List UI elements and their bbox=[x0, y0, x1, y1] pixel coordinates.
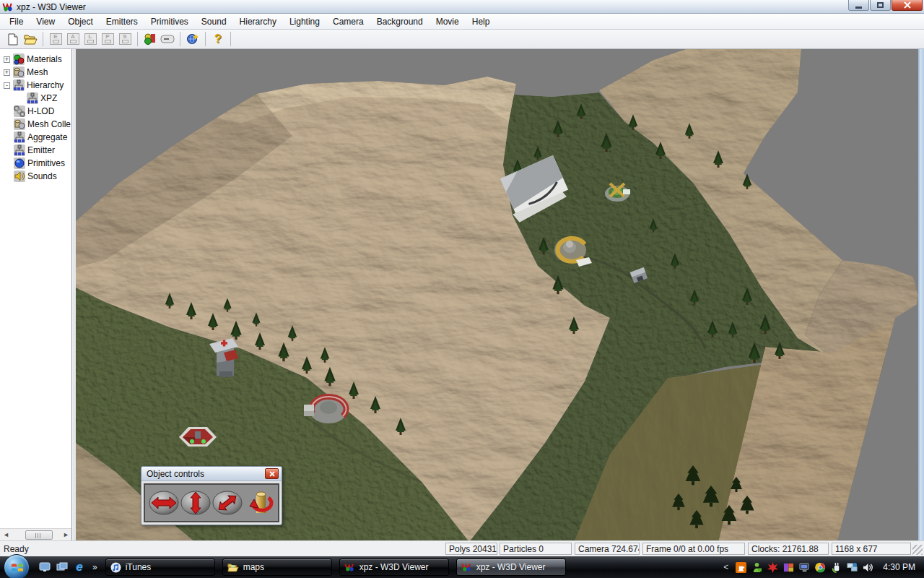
open-file-button[interactable] bbox=[22, 31, 38, 47]
switch-windows-button[interactable] bbox=[54, 558, 70, 576]
open-folder-icon bbox=[24, 34, 38, 45]
app-grid-icon[interactable] bbox=[782, 561, 795, 574]
horizontal-arrows-icon bbox=[149, 491, 179, 515]
scrollbar-thumb[interactable] bbox=[25, 530, 53, 540]
palette-body bbox=[144, 483, 279, 522]
new-file-button[interactable] bbox=[5, 31, 21, 47]
viewport-3d[interactable]: Object controls bbox=[76, 49, 918, 540]
export-e-button: E bbox=[48, 31, 64, 47]
expander-icon[interactable]: + bbox=[4, 69, 10, 76]
menu-file[interactable]: File bbox=[3, 14, 30, 29]
tree-item-label: XPZ bbox=[40, 93, 57, 103]
tree-item-materials[interactable]: + Materials bbox=[0, 53, 71, 66]
taskbar: e » iTunes maps xpz - W3D Viewer xpz - W bbox=[0, 556, 924, 578]
tree-item-mesh-collection[interactable]: Mesh Colle bbox=[0, 118, 71, 131]
hierarchy-icon bbox=[14, 131, 25, 143]
status-bar: Ready Polys 20431 Particles 0 Camera 724… bbox=[0, 540, 924, 556]
move-vertical-button[interactable] bbox=[180, 490, 211, 516]
export-p-button: P bbox=[100, 31, 116, 47]
export-a-button: A bbox=[65, 31, 81, 47]
itunes-icon bbox=[110, 562, 121, 573]
display-icon[interactable] bbox=[798, 561, 811, 574]
move-horizontal-button[interactable] bbox=[149, 490, 179, 516]
app-window: xpz - W3D Viewer File View Object Emitte… bbox=[0, 0, 924, 556]
menu-camera[interactable]: Camera bbox=[326, 14, 370, 29]
tree-item-xpz[interactable]: XPZ bbox=[0, 92, 71, 105]
scrollbar-track[interactable] bbox=[12, 530, 60, 540]
menu-sound[interactable]: Sound bbox=[195, 14, 233, 29]
tree-item-hierarchy[interactable]: - Hierarchy bbox=[0, 79, 71, 92]
mesh-icon bbox=[13, 66, 25, 78]
scroll-left-arrow-icon[interactable]: ◄ bbox=[0, 530, 12, 540]
quick-launch: e » bbox=[36, 558, 102, 576]
status-frame: Frame 0/0 at 0.00 fps bbox=[642, 543, 745, 555]
menu-primitives[interactable]: Primitives bbox=[144, 14, 195, 29]
object-controls-palette[interactable]: Object controls bbox=[141, 466, 282, 525]
tree-item-label: Emitter bbox=[27, 145, 55, 155]
minimize-button[interactable] bbox=[848, 0, 869, 11]
quick-launch-overflow-chevron[interactable]: » bbox=[92, 562, 97, 572]
scroll-right-arrow-icon[interactable]: ► bbox=[60, 530, 72, 540]
tree-item-mesh[interactable]: + Mesh bbox=[0, 66, 71, 79]
toolbar: E A L P S ? bbox=[0, 30, 924, 49]
window-frame-right bbox=[918, 49, 924, 540]
taskbar-clock[interactable]: 4:30 PM bbox=[883, 562, 915, 572]
tree-item-aggregate[interactable]: Aggregate bbox=[0, 131, 71, 144]
scene-settings-button[interactable] bbox=[142, 31, 158, 47]
start-button[interactable] bbox=[4, 554, 30, 578]
taskbar-button-maps[interactable]: maps bbox=[222, 558, 332, 576]
tree-item-label: Primitives bbox=[27, 158, 65, 168]
folder-icon bbox=[227, 563, 239, 572]
menu-object[interactable]: Object bbox=[61, 14, 100, 29]
volume-icon[interactable] bbox=[861, 561, 874, 574]
rotate-object-button[interactable] bbox=[244, 490, 274, 516]
title-bar[interactable]: xpz - W3D Viewer bbox=[0, 0, 924, 14]
tree-item-hlod[interactable]: H-LOD bbox=[0, 105, 71, 118]
menu-help[interactable]: Help bbox=[466, 14, 497, 29]
menu-emitters[interactable]: Emitters bbox=[100, 14, 144, 29]
maximize-button[interactable] bbox=[870, 0, 891, 11]
show-desktop-button[interactable] bbox=[37, 558, 53, 576]
menu-view[interactable]: View bbox=[30, 14, 61, 29]
disk-icon: P bbox=[102, 33, 114, 45]
menu-background[interactable]: Background bbox=[370, 14, 430, 29]
close-icon bbox=[904, 1, 911, 9]
system-tray: < 4:30 PM bbox=[723, 556, 921, 578]
palette-close-button[interactable] bbox=[265, 468, 279, 479]
power-icon[interactable] bbox=[829, 561, 842, 574]
windows-flag-icon bbox=[11, 561, 24, 574]
network-icon[interactable] bbox=[845, 561, 858, 574]
expander-icon[interactable]: - bbox=[4, 82, 10, 89]
java-icon[interactable] bbox=[734, 561, 747, 574]
toolbar-toggle-button[interactable] bbox=[160, 31, 175, 47]
add-object-button[interactable] bbox=[185, 31, 201, 47]
close-button[interactable] bbox=[892, 0, 923, 11]
scene-tree-panel: + Materials + Mesh - Hierarchy XPZ bbox=[0, 49, 72, 540]
resize-grip[interactable] bbox=[912, 545, 923, 555]
maximize-icon bbox=[877, 2, 884, 8]
palette-title: Object controls bbox=[147, 469, 265, 479]
expander-icon[interactable]: + bbox=[4, 56, 10, 63]
chrome-icon[interactable] bbox=[814, 561, 827, 574]
tray-overflow-chevron[interactable]: < bbox=[723, 562, 728, 572]
tree-item-primitives[interactable]: Primitives bbox=[0, 157, 71, 170]
disk-icon: S bbox=[119, 33, 131, 45]
taskbar-button-w3d-1[interactable]: xpz - W3D Viewer bbox=[339, 558, 449, 576]
panel-icon bbox=[160, 35, 175, 43]
move-diagonal-button[interactable] bbox=[212, 490, 243, 516]
menu-lighting[interactable]: Lighting bbox=[283, 14, 326, 29]
menu-hierarchy[interactable]: Hierarchy bbox=[233, 14, 283, 29]
alert-icon[interactable] bbox=[766, 561, 779, 574]
help-button[interactable]: ? bbox=[210, 31, 226, 47]
taskbar-button-itunes[interactable]: iTunes bbox=[105, 558, 215, 576]
vertical-arrows-icon bbox=[180, 491, 211, 515]
tree-horizontal-scrollbar[interactable]: ◄ ► bbox=[0, 528, 72, 540]
taskbar-button-w3d-2-active[interactable]: xpz - W3D Viewer bbox=[456, 558, 566, 576]
tree-item-emitter[interactable]: Emitter bbox=[0, 144, 71, 157]
palette-title-bar[interactable]: Object controls bbox=[141, 467, 282, 481]
menu-movie[interactable]: Movie bbox=[430, 14, 466, 29]
internet-explorer-button[interactable]: e bbox=[71, 558, 87, 576]
show-desktop-icon bbox=[39, 562, 51, 572]
tree-item-sounds[interactable]: Sounds bbox=[0, 170, 71, 183]
messenger-icon[interactable] bbox=[750, 561, 763, 574]
